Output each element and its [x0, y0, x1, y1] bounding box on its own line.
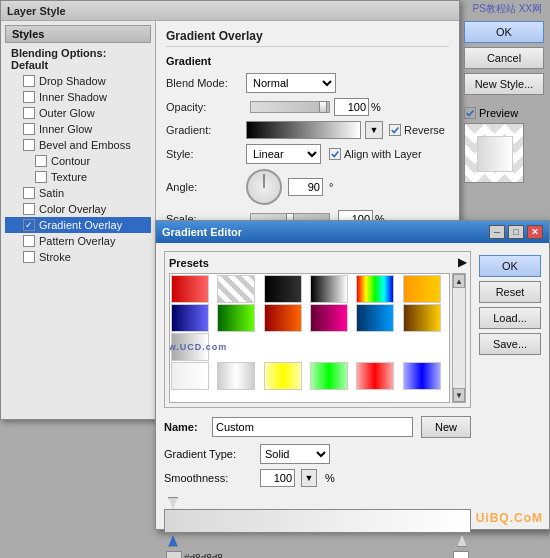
scrollbar-up[interactable]: ▲ [453, 274, 465, 288]
scrollbar-down[interactable]: ▼ [453, 388, 465, 402]
stop-color-right-swatch[interactable] [453, 551, 469, 558]
preset-1[interactable] [171, 275, 209, 303]
preset-4[interactable] [310, 275, 348, 303]
preset-6[interactable] [403, 275, 441, 303]
layer-style-titlebar: Layer Style [1, 1, 459, 21]
pattern-overlay-checkbox[interactable] [23, 235, 35, 247]
sidebar-stroke[interactable]: Stroke [5, 249, 151, 265]
gradient-editor-title: Gradient Editor [162, 226, 242, 238]
inner-shadow-checkbox[interactable] [23, 91, 35, 103]
preset-11[interactable] [356, 304, 394, 332]
angle-dial[interactable] [246, 169, 282, 205]
gradient-swatch-dropdown[interactable]: ▼ [365, 121, 383, 139]
gradient-type-select[interactable]: Solid [260, 444, 330, 464]
styles-section-title: Styles [5, 25, 151, 43]
reverse-checkbox[interactable] [389, 124, 401, 136]
angle-input[interactable] [288, 178, 323, 196]
minimize-button[interactable]: ─ [489, 225, 505, 239]
gradient-swatch[interactable] [246, 121, 361, 139]
opacity-input[interactable] [334, 98, 369, 116]
preset-3[interactable] [264, 275, 302, 303]
sidebar-contour[interactable]: Contour [5, 153, 151, 169]
color-stop-left[interactable] [168, 535, 178, 547]
preset-7[interactable] [171, 304, 209, 332]
opacity-thumb[interactable] [319, 101, 327, 113]
preview-checkbox[interactable] [464, 107, 476, 119]
close-button[interactable]: ✕ [527, 225, 543, 239]
texture-checkbox[interactable] [35, 171, 47, 183]
smoothness-input[interactable] [260, 469, 295, 487]
reverse-row: Reverse [389, 124, 445, 136]
inner-glow-label: Inner Glow [39, 123, 92, 135]
opacity-slider[interactable] [250, 101, 330, 113]
sidebar-texture[interactable]: Texture [5, 169, 151, 185]
preset-20[interactable] [217, 362, 255, 390]
preset-21[interactable] [264, 362, 302, 390]
preset-5[interactable] [356, 275, 394, 303]
name-row: Name: New [164, 416, 471, 438]
opacity-stop-left[interactable] [168, 497, 178, 509]
sidebar-inner-shadow[interactable]: Inner Shadow [5, 89, 151, 105]
preset-10[interactable] [310, 304, 348, 332]
gradient-overlay-label: Gradient Overlay [39, 219, 122, 231]
ok-button[interactable]: OK [464, 21, 544, 43]
color-stop-right[interactable] [457, 535, 467, 547]
contour-checkbox[interactable] [35, 155, 47, 167]
preset-2[interactable] [217, 275, 255, 303]
preset-22[interactable] [310, 362, 348, 390]
preset-23[interactable] [356, 362, 394, 390]
sidebar-bevel-emboss[interactable]: Bevel and Emboss [5, 137, 151, 153]
maximize-button[interactable]: □ [508, 225, 524, 239]
presets-scroll[interactable]: www.UCD.com [169, 273, 450, 403]
drop-shadow-checkbox[interactable] [23, 75, 35, 87]
ge-ok-button[interactable]: OK [479, 255, 541, 277]
ge-load-button[interactable]: Load... [479, 307, 541, 329]
smoothness-unit: % [325, 472, 335, 484]
angle-hand [264, 174, 265, 188]
titlebar-buttons: ─ □ ✕ [489, 225, 543, 239]
blend-mode-select[interactable]: Normal [246, 73, 336, 93]
align-layer-checkbox[interactable] [329, 148, 341, 160]
gradient-row: Gradient: ▼ Reverse [166, 121, 449, 139]
name-input[interactable] [212, 417, 413, 437]
preview-label-text: Preview [479, 107, 518, 119]
preset-12[interactable] [403, 304, 441, 332]
satin-checkbox[interactable] [23, 187, 35, 199]
style-select[interactable]: Linear [246, 144, 321, 164]
sidebar-inner-glow[interactable]: Inner Glow [5, 121, 151, 137]
sidebar-pattern-overlay[interactable]: Pattern Overlay [5, 233, 151, 249]
cancel-button[interactable]: Cancel [464, 47, 544, 69]
outer-glow-checkbox[interactable] [23, 107, 35, 119]
stop-color-left-swatch[interactable] [166, 551, 182, 558]
gradient-overlay-checkbox[interactable]: ✓ [23, 219, 35, 231]
gradient-bar[interactable] [164, 509, 471, 533]
new-style-button[interactable]: New Style... [464, 73, 544, 95]
color-overlay-checkbox[interactable] [23, 203, 35, 215]
preview-section: Preview [464, 107, 544, 183]
bevel-emboss-checkbox[interactable] [23, 139, 35, 151]
opacity-row: Opacity: % [166, 98, 449, 116]
sidebar-outer-glow[interactable]: Outer Glow [5, 105, 151, 121]
stroke-checkbox[interactable] [23, 251, 35, 263]
color-overlay-label: Color Overlay [39, 203, 106, 215]
presets-arrow-icon[interactable]: ▶ [458, 256, 466, 269]
preset-24[interactable] [403, 362, 441, 390]
smoothness-stepper[interactable]: ▼ [301, 469, 317, 487]
sidebar-satin[interactable]: Satin [5, 185, 151, 201]
preset-13[interactable]: www.UCD.com [171, 333, 209, 361]
presets-grid-wrapper: www.UCD.com [169, 273, 466, 403]
preset-8[interactable] [217, 304, 255, 332]
sidebar-blending-options[interactable]: Blending Options: Default [5, 45, 151, 73]
ge-save-button[interactable]: Save... [479, 333, 541, 355]
sidebar-drop-shadow[interactable]: Drop Shadow [5, 73, 151, 89]
preset-9[interactable] [264, 304, 302, 332]
gradient-bar-section: #d8d8d8 [164, 495, 471, 558]
preset-19[interactable] [171, 362, 209, 390]
scrollbar-track[interactable] [453, 288, 465, 388]
new-gradient-button[interactable]: New [421, 416, 471, 438]
inner-glow-checkbox[interactable] [23, 123, 35, 135]
preview-inner [477, 136, 513, 172]
sidebar-gradient-overlay[interactable]: ✓ Gradient Overlay [5, 217, 151, 233]
sidebar-color-overlay[interactable]: Color Overlay [5, 201, 151, 217]
ge-reset-button[interactable]: Reset [479, 281, 541, 303]
